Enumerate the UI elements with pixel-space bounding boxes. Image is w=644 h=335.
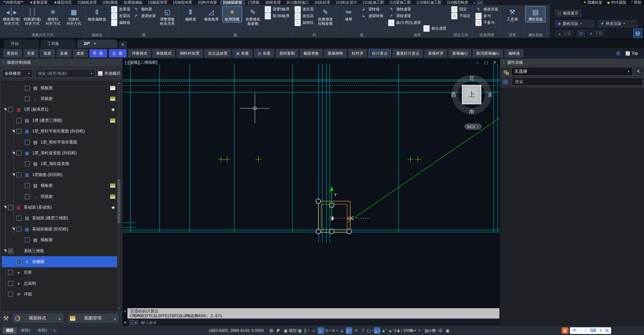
- command-input-row[interactable]: >_ ▾ 键入命令: [127, 319, 499, 326]
- menu-overflow[interactable]: » ▴ ▾: [471, 1, 485, 5]
- clean-screen-icon[interactable]: ▣: [444, 327, 451, 334]
- expander-icon[interactable]: [12, 130, 15, 133]
- top-view-checkbox[interactable]: ✓ Top: [626, 51, 638, 56]
- tools-icon[interactable]: ⚒: [3, 315, 9, 322]
- background-image-icon[interactable]: ▣: [282, 327, 289, 334]
- compass-top-face[interactable]: 上: [462, 85, 481, 104]
- menu-item[interactable]: [8]前处理: [263, 0, 284, 5]
- layout-tab[interactable]: 布局2: [34, 327, 50, 334]
- tree-item[interactable]: ▤1层 (楼层三维图): [2, 115, 121, 126]
- menu-item[interactable]: 轮廓线编辑: [121, 0, 145, 5]
- tree-scrollbar-thumb[interactable]: [117, 179, 120, 223]
- tree-item-checkbox[interactable]: [25, 96, 30, 101]
- ime-keyboard-icon[interactable]: ⌨: [590, 328, 596, 333]
- virtual-beam-to-wall-button[interactable]: ↳虚梁转墙: [360, 13, 384, 19]
- floor-view-search-dropdown[interactable]: 搜索 (楼层/视图) ▼: [35, 69, 96, 78]
- document-tab[interactable]: 开始: [4, 40, 39, 48]
- property-panel-header[interactable]: ⣿ 属性面板: [500, 59, 644, 66]
- tree-item-checkbox[interactable]: ✓: [16, 259, 21, 264]
- toolbox-button[interactable]: ⚒工具箱▼: [502, 6, 522, 24]
- expand-up-icon[interactable]: ▲: [55, 316, 62, 321]
- tree-item-checkbox[interactable]: [8, 270, 13, 275]
- command-drag-handle[interactable]: [129, 309, 137, 310]
- menu-item[interactable]: ★楼层信息: [51, 0, 75, 5]
- tree-item[interactable]: ▤模板图: [2, 234, 121, 245]
- grip-handle[interactable]: [347, 229, 352, 234]
- compass-west-label[interactable]: 西: [451, 92, 456, 98]
- minimize-icon[interactable]: –: [475, 60, 480, 65]
- close-icon[interactable]: ✕: [492, 60, 497, 65]
- compass-south-label[interactable]: 南: [469, 109, 474, 115]
- tree-item-checkbox[interactable]: [8, 292, 13, 297]
- expander-icon[interactable]: [12, 228, 15, 230]
- toolbar-gear-icon[interactable]: ⚙: [616, 50, 621, 57]
- selection-dropdown[interactable]: 无选择 ▼: [511, 67, 633, 76]
- column-align-button[interactable]: 柱对齐: [348, 49, 367, 57]
- tree-item-checkbox[interactable]: [16, 118, 21, 123]
- slab-thickness-hide-button[interactable]: ✶板厚隐藏: [222, 6, 242, 22]
- workspace-gear-icon[interactable]: ⚙▼: [409, 327, 416, 334]
- inter-floor-copy-button[interactable]: 层间复制: [276, 49, 298, 57]
- property-panel-dock-icon[interactable]: ▤: [633, 29, 642, 38]
- drag-grip-icon[interactable]: ⣿: [502, 61, 505, 64]
- tree-item-checkbox[interactable]: [16, 172, 21, 177]
- tree-item-checkbox[interactable]: [25, 237, 30, 242]
- cancel-beam-wall-eccentric-button[interactable]: 取消梁墙偏心: [473, 49, 503, 57]
- menu-right-item[interactable]: ⚑隐藏标签: [583, 0, 602, 5]
- change-column-height-button[interactable]: h改柱高: [294, 13, 314, 19]
- tree-item[interactable]: ❖详图: [2, 289, 121, 299]
- tree-item[interactable]: ↓荷载图: [2, 191, 121, 202]
- modify-offset-value-button[interactable]: ⇳修改偏移值: [87, 6, 107, 22]
- slab-visibility-icon[interactable]: 板: [268, 327, 275, 334]
- expander-icon[interactable]: [4, 249, 6, 252]
- new-tab-button[interactable]: +: [119, 41, 127, 48]
- unfix-geometry-button[interactable]: N不固定: [450, 13, 471, 19]
- slab-offset-value-button[interactable]: ⇕偏移值: [181, 6, 200, 22]
- scroll-down-icon[interactable]: ▼: [118, 307, 120, 310]
- auto-annotation-icon[interactable]: ▲⁺: [388, 327, 394, 334]
- document-tab[interactable]: 2#*✕: [77, 40, 117, 48]
- ime-skin-icon[interactable]: Y: [599, 328, 602, 333]
- expander-icon[interactable]: [12, 152, 15, 155]
- cancel-zero-slab-thickness-button[interactable]: h取消0板厚: [264, 13, 290, 19]
- transparency-icon[interactable]: ⊤: [360, 327, 366, 334]
- grip-handle[interactable]: [316, 199, 321, 204]
- menu-item[interactable]: [12]梁施工图: [387, 0, 414, 5]
- sogou-ime-icon[interactable]: S: [561, 327, 569, 334]
- property-panel-toggle-button[interactable]: ▤属性面板: [526, 6, 545, 22]
- upper-floor-button[interactable]: ▲ 上层: [555, 30, 574, 37]
- send-to-back-button[interactable]: ▤后置: [254, 49, 274, 57]
- view-thumbnail-icon[interactable]: [110, 183, 115, 188]
- wall-to-beam-button[interactable]: ↰墙转梁: [132, 6, 156, 12]
- menu-item[interactable]: [1]轴线管理: [75, 0, 100, 5]
- menu-item[interactable]: [7]荷载: [245, 0, 262, 5]
- menu-item[interactable]: [10]初步设计: [333, 0, 360, 5]
- single-select-mode-checkbox[interactable]: ✓ 单选模式: [98, 71, 120, 76]
- command-history-icon[interactable]: ☰: [437, 327, 444, 334]
- document-tab[interactable]: 工程集: [41, 40, 76, 48]
- floor-filter-dropdown[interactable]: 全部楼层 ▼: [2, 69, 33, 78]
- expander-icon[interactable]: [4, 206, 6, 209]
- modify-slab-thickness-button[interactable]: ◿修改板厚: [202, 6, 221, 22]
- locating-edge-widen-button[interactable]: 定位边加宽: [205, 49, 231, 57]
- object-snap-tracking-icon[interactable]: ▯▼: [346, 327, 352, 334]
- lineweight-display-icon[interactable]: ≡: [353, 327, 359, 334]
- ime-voice-icon[interactable]: ♪: [585, 328, 587, 333]
- grip-handle[interactable]: [329, 229, 334, 234]
- tree-item-checkbox[interactable]: [16, 216, 21, 221]
- scroll-up-icon[interactable]: ▲: [118, 82, 120, 84]
- section-display-button[interactable]: ▢ 截面显示: [555, 10, 581, 17]
- tree-item[interactable]: ▦1层_墙柱提资图 (剖切框): [2, 148, 121, 158]
- grid-display-icon[interactable]: ▦: [297, 327, 303, 334]
- compass-north-label[interactable]: 北: [469, 75, 474, 81]
- tree-item[interactable]: ↓荷载图: [2, 93, 121, 104]
- beam-wall-chamfer-button[interactable]: 梁墙倒角: [324, 49, 346, 57]
- ime-chinese-icon[interactable]: 中: [572, 328, 577, 334]
- change-beam-height-button[interactable]: h改梁高: [110, 13, 131, 19]
- menu-overflow-chevron-icon[interactable]: »: [473, 1, 475, 5]
- tree-item-checkbox[interactable]: [16, 151, 21, 156]
- menu-right-item[interactable]: ?帮助: [631, 0, 641, 5]
- tab-close-icon[interactable]: ✕: [93, 40, 96, 48]
- drawing-canvas[interactable]: Y: [123, 59, 500, 326]
- change-beam-width-button[interactable]: b改梁宽: [110, 6, 131, 12]
